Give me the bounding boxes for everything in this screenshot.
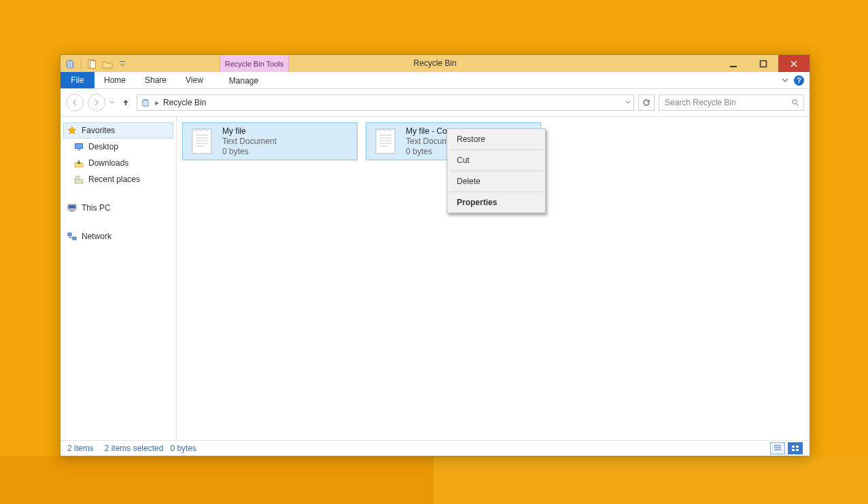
refresh-button[interactable] (638, 94, 655, 111)
sidebar-item-network[interactable]: Network (63, 228, 173, 245)
ctx-delete[interactable]: Delete (449, 173, 544, 190)
svg-point-7 (793, 100, 797, 104)
ctx-separator (449, 192, 543, 192)
minimize-button[interactable] (718, 55, 748, 72)
contextual-tab-label: Recycle Bin Tools (220, 55, 289, 72)
svg-rect-3 (120, 61, 125, 62)
nav-up-button[interactable] (119, 96, 133, 109)
qat-separator (81, 58, 82, 69)
view-details-button[interactable] (770, 442, 785, 454)
sidebar-item-label: Downloads (88, 158, 128, 168)
ctx-restore[interactable]: Restore (449, 130, 544, 148)
sidebar-item-thispc[interactable]: This PC (63, 200, 173, 216)
tab-manage[interactable]: Manage (220, 72, 268, 88)
file-tab[interactable]: File (60, 72, 94, 88)
file-type: Text Document (222, 137, 277, 147)
file-size: 0 bytes (222, 147, 277, 157)
svg-rect-9 (75, 144, 82, 148)
navigation-pane[interactable]: Favorites Desktop Downloads (60, 117, 177, 440)
sidebar-item-label: Desktop (88, 142, 118, 151)
sidebar-item-label: Favorites (82, 126, 115, 135)
svg-rect-18 (376, 129, 395, 154)
explorer-window: Recycle Bin Tools Recycle Bin File Home … (60, 54, 810, 456)
star-icon (67, 125, 77, 136)
breadcrumb[interactable]: Recycle Bin (163, 98, 206, 107)
sidebar-item-downloads[interactable]: Downloads (63, 155, 173, 171)
ribbon-tabs: File Home Share View Manage ? (60, 72, 810, 89)
svg-rect-19 (792, 446, 795, 448)
close-button[interactable] (778, 55, 810, 72)
ctx-cut[interactable]: Cut (449, 151, 544, 169)
sidebar-item-label: This PC (82, 203, 111, 213)
status-item-count: 2 items (67, 444, 94, 453)
svg-rect-14 (70, 211, 74, 212)
new-folder-icon[interactable] (102, 58, 113, 69)
sidebar-item-label: Network (82, 232, 111, 241)
address-dropdown-icon[interactable] (625, 100, 631, 105)
sidebar-item-recent[interactable]: Recent places (63, 171, 173, 187)
recent-icon (73, 174, 84, 185)
titlebar[interactable]: Recycle Bin Tools Recycle Bin (60, 55, 810, 72)
status-selection: 2 items selected (105, 444, 164, 453)
status-selection-size: 0 bytes (170, 444, 196, 453)
svg-rect-10 (77, 149, 80, 151)
svg-rect-6 (143, 101, 149, 107)
desktop-icon (73, 141, 84, 152)
search-box[interactable] (659, 94, 804, 111)
tab-share[interactable]: Share (135, 72, 176, 88)
breadcrumb-separator-icon[interactable]: ▸ (154, 98, 160, 107)
svg-rect-17 (192, 129, 211, 154)
svg-rect-5 (761, 60, 767, 67)
ctx-separator (449, 149, 543, 150)
svg-rect-21 (792, 449, 795, 451)
ctx-properties[interactable]: Properties (449, 194, 544, 211)
search-input[interactable] (663, 97, 791, 108)
svg-rect-2 (90, 60, 96, 68)
sidebar-favorites-header[interactable]: Favorites (63, 122, 173, 139)
file-name: My file (222, 126, 277, 137)
tab-view[interactable]: View (176, 72, 213, 88)
nav-history-dropdown-icon[interactable] (109, 100, 115, 105)
view-tiles-button[interactable] (788, 442, 803, 454)
search-icon[interactable] (791, 98, 799, 107)
textfile-icon (188, 124, 215, 158)
pc-icon (67, 202, 77, 213)
recycle-bin-icon (65, 58, 75, 69)
maximize-button[interactable] (748, 55, 778, 72)
qat-dropdown-icon[interactable] (117, 58, 128, 69)
nav-back-button[interactable] (66, 94, 84, 111)
window-body: Favorites Desktop Downloads (60, 117, 810, 440)
properties-icon[interactable] (87, 58, 98, 69)
network-icon (67, 231, 77, 242)
sidebar-item-label: Recent places (88, 175, 140, 184)
svg-rect-15 (68, 233, 71, 236)
downloads-icon (73, 158, 84, 168)
svg-rect-22 (796, 449, 799, 451)
window-controls (718, 55, 810, 72)
ctx-separator (449, 170, 543, 171)
tab-home[interactable]: Home (94, 72, 135, 88)
nav-forward-button[interactable] (88, 94, 105, 111)
svg-rect-4 (730, 66, 737, 67)
sidebar-item-desktop[interactable]: Desktop (63, 139, 173, 155)
window-title: Recycle Bin (60, 55, 810, 72)
ribbon-chevron-icon[interactable] (782, 77, 788, 84)
address-bar[interactable]: ▸ Recycle Bin (137, 94, 634, 111)
context-menu: Restore Cut Delete Properties (447, 128, 546, 213)
help-icon[interactable]: ? (794, 75, 804, 86)
navigation-bar: ▸ Recycle Bin (60, 89, 810, 117)
file-item[interactable]: My file Text Document 0 bytes (182, 122, 358, 160)
textfile-icon (372, 124, 399, 158)
quick-access-toolbar (60, 55, 132, 72)
svg-rect-13 (69, 205, 75, 209)
recycle-bin-icon (140, 97, 151, 108)
status-bar: 2 items 2 items selected 0 bytes (60, 440, 810, 456)
svg-rect-20 (796, 446, 799, 448)
